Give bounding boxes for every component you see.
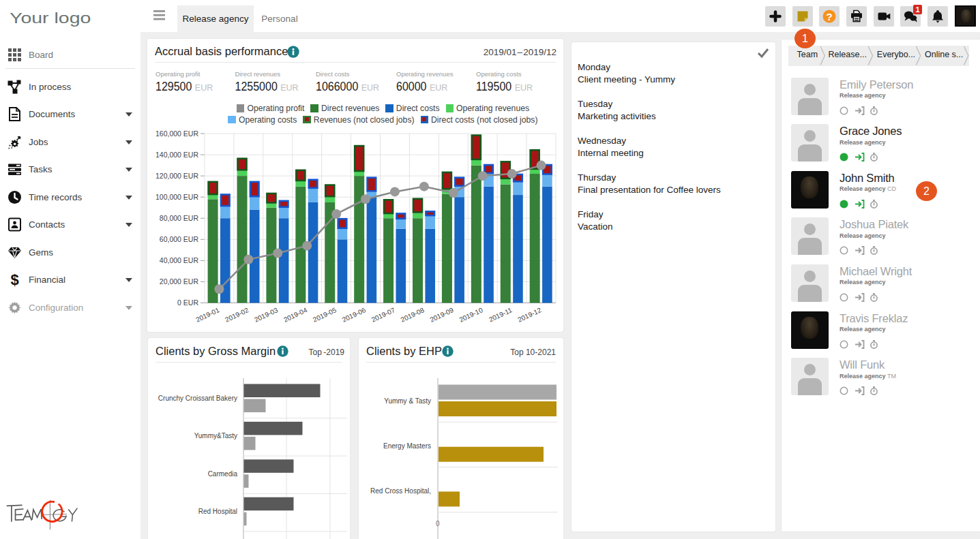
svg-text:120,000 EUR: 120,000 EUR [155, 172, 198, 180]
svg-text:Carmedia: Carmedia [208, 470, 238, 478]
svg-text:2019-02: 2019-02 [224, 306, 250, 324]
svg-text:Red Hospital: Red Hospital [198, 508, 237, 515]
svg-text:100,000 EUR: 100,000 EUR [155, 193, 198, 201]
svg-text:Release...: Release... [829, 50, 867, 59]
svg-text:2019-03: 2019-03 [253, 306, 279, 324]
svg-text:Online s...: Online s... [925, 50, 963, 59]
svg-text:Team: Team [797, 50, 818, 59]
svg-text:Yummy&Tasty: Yummy&Tasty [194, 432, 237, 440]
svg-text:20,000 EUR: 20,000 EUR [160, 277, 199, 286]
svg-text:0: 0 [436, 520, 440, 527]
svg-text:80,000 EUR: 80,000 EUR [160, 214, 199, 222]
svg-text:2019-10: 2019-10 [458, 306, 484, 324]
svg-text:Red Cross Hospital,: Red Cross Hospital, [370, 487, 431, 495]
svg-text:Yummy & Tasty: Yummy & Tasty [384, 397, 431, 405]
svg-text:0 EUR: 0 EUR [177, 298, 198, 307]
svg-text:Crunchy Croissant Bakery: Crunchy Croissant Bakery [158, 395, 237, 402]
svg-text:160,000 EUR: 160,000 EUR [155, 129, 198, 138]
svg-text:2019-08: 2019-08 [400, 306, 426, 324]
svg-text:2019-12: 2019-12 [516, 306, 542, 324]
svg-text:140,000 EUR: 140,000 EUR [155, 151, 198, 159]
svg-text:2019-11: 2019-11 [488, 306, 514, 323]
svg-text:2019-05: 2019-05 [312, 306, 338, 324]
svg-text:60,000 EUR: 60,000 EUR [160, 235, 199, 243]
svg-text:2019-01: 2019-01 [194, 306, 220, 324]
svg-text:40,000 EUR: 40,000 EUR [160, 256, 199, 264]
svg-text:?: ? [827, 11, 833, 22]
svg-text:2019-06: 2019-06 [341, 306, 367, 324]
svg-text:2019-07: 2019-07 [370, 306, 396, 324]
svg-text:2019-09: 2019-09 [429, 306, 455, 324]
svg-text:Everybo...: Everybo... [877, 50, 915, 59]
svg-text:2019-04: 2019-04 [282, 306, 308, 324]
svg-text:Energy Masters: Energy Masters [383, 442, 431, 450]
